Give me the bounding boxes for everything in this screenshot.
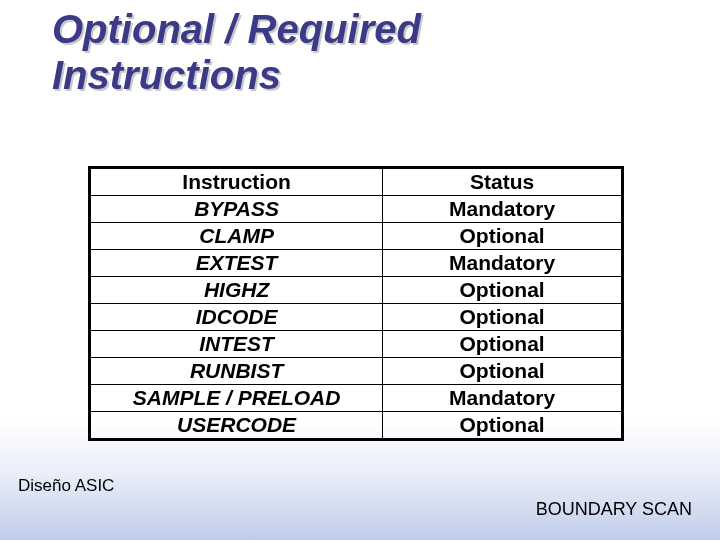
cell-status: Optional: [383, 412, 623, 440]
cell-status: Optional: [383, 277, 623, 304]
cell-instruction: CLAMP: [90, 223, 383, 250]
table-row: EXTEST Mandatory: [90, 250, 623, 277]
col-header-instruction: Instruction: [90, 168, 383, 196]
cell-status: Optional: [383, 358, 623, 385]
cell-status: Optional: [383, 223, 623, 250]
cell-status: Mandatory: [383, 385, 623, 412]
cell-instruction: INTEST: [90, 331, 383, 358]
cell-instruction: IDCODE: [90, 304, 383, 331]
slide-title: Optional / Required Instructions: [52, 6, 421, 98]
title-line-1: Optional / Required: [52, 7, 421, 51]
col-header-status: Status: [383, 168, 623, 196]
cell-status: Optional: [383, 331, 623, 358]
slide: Optional / Required Instructions Instruc…: [0, 0, 720, 540]
cell-instruction: SAMPLE / PRELOAD: [90, 385, 383, 412]
title-line-2: Instructions: [52, 53, 281, 97]
instructions-table: Instruction Status BYPASS Mandatory CLAM…: [88, 166, 624, 441]
table-row: INTEST Optional: [90, 331, 623, 358]
table-row: BYPASS Mandatory: [90, 196, 623, 223]
cell-status: Optional: [383, 304, 623, 331]
cell-status: Mandatory: [383, 250, 623, 277]
table-row: CLAMP Optional: [90, 223, 623, 250]
table-row: IDCODE Optional: [90, 304, 623, 331]
instructions-table-wrap: Instruction Status BYPASS Mandatory CLAM…: [88, 166, 624, 441]
cell-instruction: RUNBIST: [90, 358, 383, 385]
cell-instruction: BYPASS: [90, 196, 383, 223]
table-header-row: Instruction Status: [90, 168, 623, 196]
cell-instruction: EXTEST: [90, 250, 383, 277]
cell-status: Mandatory: [383, 196, 623, 223]
cell-instruction: USERCODE: [90, 412, 383, 440]
cell-instruction: HIGHZ: [90, 277, 383, 304]
table-row: SAMPLE / PRELOAD Mandatory: [90, 385, 623, 412]
table-row: USERCODE Optional: [90, 412, 623, 440]
table-row: HIGHZ Optional: [90, 277, 623, 304]
table-row: RUNBIST Optional: [90, 358, 623, 385]
footer-right: BOUNDARY SCAN: [536, 499, 692, 520]
footer-left: Diseño ASIC: [18, 476, 114, 496]
